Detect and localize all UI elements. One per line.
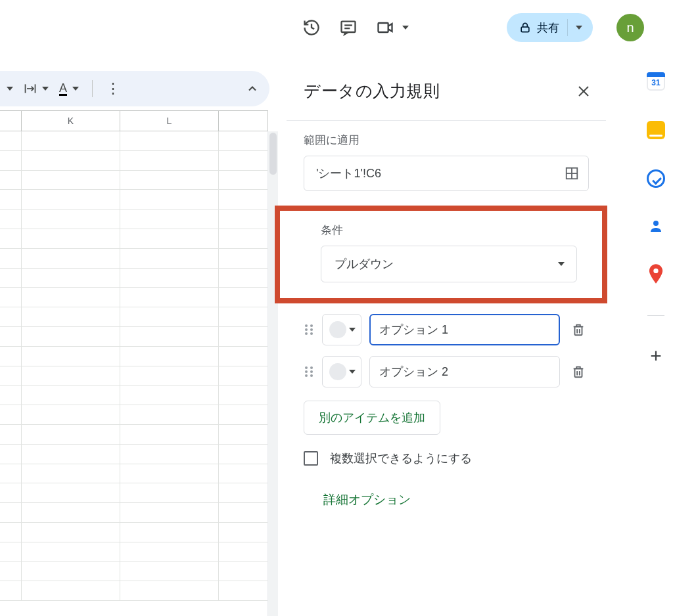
select-range-icon[interactable]: [565, 166, 579, 181]
table-row[interactable]: [0, 269, 267, 288]
option-color-chip[interactable]: [322, 314, 361, 345]
text-wrap-button[interactable]: [20, 82, 53, 95]
caret-down-icon: [349, 370, 356, 374]
table-row[interactable]: [0, 249, 267, 269]
svg-point-21: [305, 366, 308, 369]
column-header[interactable]: K: [22, 111, 120, 131]
criteria-highlight: 条件 プルダウン: [275, 206, 607, 303]
table-row[interactable]: [0, 288, 267, 307]
add-addon-button[interactable]: +: [650, 346, 662, 366]
contacts-app-icon[interactable]: [648, 218, 664, 234]
share-dropdown[interactable]: [568, 26, 590, 30]
table-row[interactable]: [0, 385, 267, 405]
svg-point-17: [310, 332, 313, 335]
svg-point-14: [305, 328, 308, 331]
option-input[interactable]: [369, 356, 560, 387]
collapse-toolbar[interactable]: [246, 82, 259, 95]
share-button[interactable]: 共有: [507, 13, 593, 42]
criteria-value: プルダウン: [335, 256, 394, 272]
table-row[interactable]: [0, 307, 267, 327]
table-row[interactable]: [0, 523, 267, 542]
table-row[interactable]: [0, 366, 267, 386]
caret-down-icon: [349, 328, 356, 332]
avatar-letter: n: [626, 20, 634, 35]
caret-down-icon: [402, 26, 409, 30]
multi-select-label: 複数選択できるようにする: [330, 451, 472, 466]
vertical-scrollbar[interactable]: [267, 131, 278, 616]
more-menu[interactable]: ⋮: [102, 80, 124, 97]
keep-app-icon[interactable]: [647, 121, 665, 139]
table-row[interactable]: [0, 131, 267, 151]
table-row[interactable]: [0, 483, 267, 503]
svg-point-31: [653, 269, 658, 273]
table-row[interactable]: [0, 190, 267, 209]
table-row[interactable]: [0, 503, 267, 523]
add-item-button[interactable]: 別のアイテムを追加: [304, 401, 440, 435]
svg-rect-4: [521, 27, 529, 32]
criteria-label: 条件: [321, 223, 577, 238]
range-input[interactable]: [315, 166, 565, 181]
svg-point-30: [653, 221, 659, 226]
history-icon[interactable]: [302, 18, 321, 37]
column-header[interactable]: L: [120, 111, 219, 131]
divider: [92, 80, 93, 97]
table-row[interactable]: [0, 209, 267, 229]
drag-handle-icon[interactable]: [304, 323, 314, 336]
table-row[interactable]: [0, 464, 267, 484]
svg-point-22: [310, 366, 313, 369]
column-header[interactable]: [0, 111, 22, 131]
range-section: 範囲に適用: [287, 121, 606, 196]
table-row[interactable]: [0, 171, 267, 190]
table-row[interactable]: [0, 425, 267, 445]
option-color-chip[interactable]: [322, 356, 361, 387]
table-row[interactable]: [0, 581, 267, 601]
delete-option-icon[interactable]: [568, 364, 589, 379]
delete-option-icon[interactable]: [568, 322, 589, 337]
table-row[interactable]: [0, 405, 267, 425]
avatar[interactable]: n: [616, 14, 644, 41]
table-row[interactable]: [0, 327, 267, 347]
share-label: 共有: [537, 20, 559, 35]
spreadsheet-grid[interactable]: KL: [0, 110, 268, 616]
advanced-options-button[interactable]: 詳細オプション: [287, 473, 606, 515]
column-headers: KL: [0, 110, 267, 131]
comments-icon[interactable]: [339, 18, 358, 37]
svg-point-23: [305, 370, 308, 373]
calendar-app-icon[interactable]: 31: [647, 72, 665, 91]
maps-app-icon[interactable]: [649, 264, 663, 284]
table-row[interactable]: [0, 151, 267, 171]
caret-down-icon: [558, 262, 565, 266]
rail-separator: [647, 315, 664, 316]
table-row[interactable]: [0, 542, 267, 562]
svg-point-12: [305, 324, 308, 327]
table-row[interactable]: [0, 347, 267, 366]
side-rail: 31 +: [639, 63, 673, 366]
svg-point-13: [310, 324, 313, 327]
svg-rect-18: [575, 326, 582, 335]
tasks-app-icon[interactable]: [647, 169, 665, 188]
advanced-options-label: 詳細オプション: [323, 493, 411, 506]
grid-rows: [0, 131, 267, 601]
table-row[interactable]: [0, 562, 267, 582]
multi-select-checkbox[interactable]: [304, 451, 318, 466]
table-row[interactable]: [0, 229, 267, 249]
close-icon[interactable]: [576, 83, 592, 99]
svg-point-16: [305, 332, 308, 335]
svg-point-15: [310, 328, 313, 331]
table-row[interactable]: [0, 445, 267, 464]
svg-rect-0: [342, 22, 356, 32]
data-validation-panel: データの入力規則 範囲に適用 条件 プルダウン: [287, 60, 606, 616]
dropdown-option-row: [287, 353, 606, 395]
toolbar-dropdown-1[interactable]: [3, 87, 17, 91]
top-bar: 共有 n: [302, 9, 644, 46]
text-color-button[interactable]: A: [55, 82, 83, 96]
svg-point-24: [310, 370, 313, 373]
dropdown-option-row: [287, 311, 606, 353]
criteria-select[interactable]: プルダウン: [321, 246, 577, 282]
svg-rect-27: [575, 368, 582, 377]
toolbar: A ⋮: [0, 71, 269, 106]
svg-rect-3: [379, 23, 388, 32]
meet-button[interactable]: [376, 18, 409, 37]
option-input[interactable]: [369, 314, 560, 345]
drag-handle-icon[interactable]: [304, 365, 314, 378]
